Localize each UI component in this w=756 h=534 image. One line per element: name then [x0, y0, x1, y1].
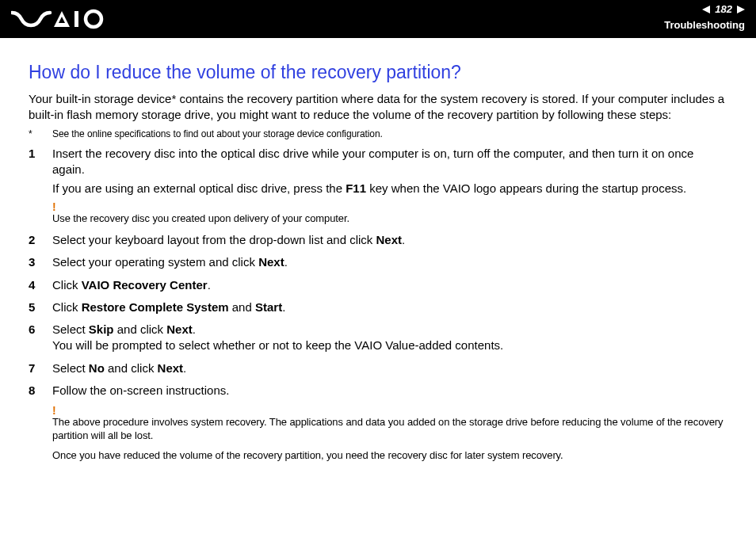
note-text: Use the recovery disc you created upon d… [52, 212, 727, 226]
page-content: How do I reduce the volume of the recove… [0, 38, 756, 461]
text: Select your keyboard layout from the dro… [52, 233, 376, 246]
warning-text: The above procedure involves system reco… [52, 416, 727, 443]
page-navigator: 182 [702, 3, 745, 15]
step-number: 5 [29, 299, 52, 315]
text: Click [52, 300, 82, 314]
text: . [284, 255, 288, 269]
step-number: 6 [29, 322, 52, 354]
warning-note: ! Use the recovery disc you created upon… [52, 201, 727, 226]
step-number: 4 [29, 277, 52, 293]
button-name: Skip [89, 322, 114, 336]
text: key when the VAIO logo appears during th… [366, 181, 686, 195]
button-name: Restore Complete System [82, 300, 229, 314]
page-header: 182 Troubleshooting [0, 0, 756, 38]
warning-block: ! The above procedure involves system re… [52, 405, 727, 443]
step-2: 2 Select your keyboard layout from the d… [29, 232, 727, 248]
footnote-mark: * [29, 128, 52, 139]
step-3: 3 Select your operating system and click… [29, 254, 727, 270]
text: . [183, 361, 186, 375]
step-number: 7 [29, 360, 52, 376]
text: . [193, 322, 196, 336]
step-number: 1 [29, 146, 52, 227]
svg-rect-0 [74, 11, 78, 27]
steps-list: 1 Insert the recovery disc into the opti… [29, 146, 727, 399]
key-name: F11 [346, 181, 366, 195]
button-name: Next [258, 255, 284, 269]
text: . [402, 233, 405, 246]
intro-paragraph: Your built-in storage device* contains t… [29, 91, 727, 124]
page-title: How do I reduce the volume of the recove… [29, 62, 727, 83]
text: You will be prompted to select whether o… [52, 338, 503, 352]
button-name: VAIO Recovery Center [82, 278, 208, 292]
next-page-icon[interactable] [737, 6, 745, 13]
prev-page-icon[interactable] [702, 6, 710, 13]
footnote: * See the online specifications to find … [29, 128, 727, 139]
closing-text: Once you have reduced the volume of the … [52, 449, 727, 461]
svg-point-1 [86, 11, 101, 27]
step-number: 8 [29, 383, 52, 399]
button-name: Start [255, 300, 282, 314]
step-1: 1 Insert the recovery disc into the opti… [29, 146, 727, 227]
exclamation-icon: ! [52, 201, 727, 212]
exclamation-icon: ! [52, 405, 727, 416]
button-name: Next [166, 322, 193, 336]
step-4: 4 Click VAIO Recovery Center. [29, 277, 727, 293]
step-8: 8 Follow the on-screen instructions. [29, 383, 727, 399]
button-name: Next [376, 233, 403, 246]
text: . [208, 278, 211, 292]
step-text: Follow the on-screen instructions. [52, 383, 727, 399]
text: and click [105, 361, 158, 375]
step-6: 6 Select Skip and click Next. You will b… [29, 322, 727, 354]
footnote-text: See the online specifications to find ou… [52, 128, 383, 139]
step-5: 5 Click Restore Complete System and Star… [29, 299, 727, 315]
text: Select [52, 361, 89, 375]
step-1-subtext: If you are using an external optical dis… [52, 181, 727, 196]
vaio-logo [11, 8, 106, 30]
text: Select your operating system and click [52, 255, 258, 269]
text: and [229, 300, 255, 314]
text: Click [52, 278, 82, 292]
text: and click [114, 322, 167, 336]
button-name: No [89, 361, 105, 375]
button-name: Next [158, 361, 184, 375]
page-number: 182 [715, 3, 732, 15]
section-label: Troubleshooting [664, 19, 745, 31]
text: If you are using an external optical dis… [52, 181, 346, 195]
step-text: Insert the recovery disc into the optica… [52, 147, 693, 176]
text: Select [52, 322, 89, 336]
text: . [282, 300, 285, 314]
step-number: 2 [29, 232, 52, 248]
step-7: 7 Select No and click Next. [29, 360, 727, 376]
step-number: 3 [29, 254, 52, 270]
